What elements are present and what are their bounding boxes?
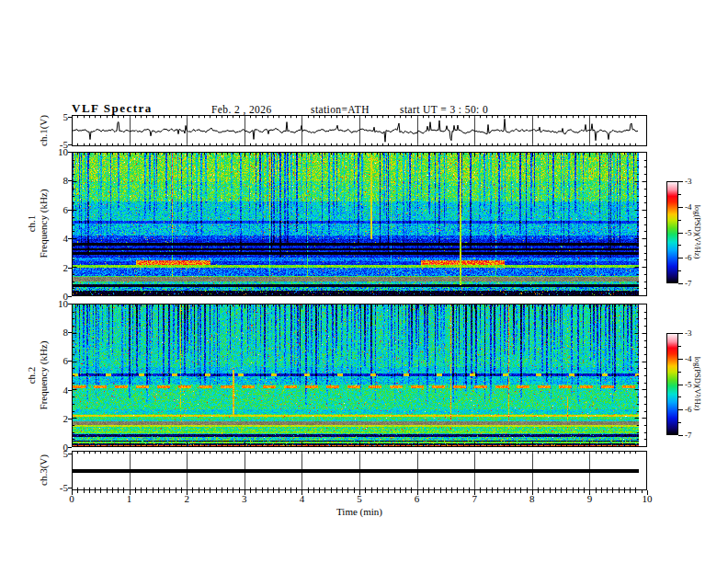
ch1-colorbar-label: log(PSD)(V²/Hz) <box>693 205 702 259</box>
time-axis-tick <box>296 490 297 493</box>
ch2-freq-tick-label: 2 <box>40 413 68 423</box>
time-tick-label: 3 <box>242 494 247 504</box>
y-axis-tick <box>68 419 72 419</box>
time-axis-tick <box>210 490 210 493</box>
y-axis-tick <box>68 238 72 239</box>
time-axis-tick <box>308 490 309 493</box>
time-axis-tick <box>267 490 268 493</box>
ch1-spectrogram-canvas <box>73 153 646 295</box>
time-axis-tick <box>561 490 562 493</box>
colorbar-tick <box>678 396 681 397</box>
time-axis-tick <box>233 490 233 493</box>
time-axis-tick <box>347 490 348 493</box>
colorbar-tick <box>678 220 681 221</box>
time-axis-tick <box>647 490 648 495</box>
time-axis-tick <box>118 490 119 493</box>
time-axis-tick <box>89 490 90 493</box>
time-axis-tick <box>635 490 636 493</box>
time-axis-tick <box>130 490 131 495</box>
time-axis-tick <box>107 490 108 493</box>
ch1-waveform-canvas <box>73 116 646 145</box>
ch2-axis-line2: Frequency (kHz) <box>38 341 50 410</box>
time-tick-label: 1 <box>127 494 132 504</box>
colorbar-tick <box>678 372 681 373</box>
time-axis-tick <box>153 490 154 493</box>
time-axis-tick <box>451 490 452 493</box>
colorbar-tick-label: -5 <box>685 228 692 236</box>
time-axis-tick <box>313 490 314 493</box>
time-axis-tick <box>158 490 159 493</box>
colorbar-tick <box>678 194 681 195</box>
time-axis-tick <box>245 490 245 495</box>
y-axis-tick <box>68 390 72 391</box>
time-axis-tick <box>584 490 585 493</box>
ch3-ytick-label: -5 <box>40 483 68 493</box>
time-axis-tick <box>354 490 355 493</box>
time-axis-tick <box>181 490 182 493</box>
time-axis-tick <box>612 490 613 493</box>
vlf-spectra-figure: VLF Spectra Feb. 2 , 2026 station=ATH st… <box>0 0 728 563</box>
time-axis-tick <box>509 490 510 493</box>
ch3-voltage-axis-label: ch.3(V) <box>38 454 50 486</box>
time-axis-tick <box>84 490 85 493</box>
time-axis-tick <box>100 490 101 493</box>
time-axis-label: Time (min) <box>336 506 382 517</box>
time-axis-tick <box>95 490 96 493</box>
ch1-freq-tick-label: 8 <box>40 176 68 186</box>
time-axis-tick <box>135 490 136 493</box>
time-axis-tick <box>573 490 574 493</box>
colorbar-tick-label: -6 <box>685 406 692 414</box>
time-axis-tick <box>146 490 147 493</box>
time-axis-tick <box>520 490 521 493</box>
time-axis-tick <box>440 490 441 493</box>
time-axis-tick <box>72 490 73 495</box>
ch2-freq-tick-label: 4 <box>40 385 68 395</box>
y-axis-tick <box>68 447 72 448</box>
colorbar-tick <box>678 258 683 259</box>
ch2-freq-tick-label: 6 <box>40 356 68 366</box>
time-tick-label: 5 <box>357 494 362 504</box>
station-label: station=ATH <box>311 104 370 115</box>
time-axis-tick <box>187 490 188 495</box>
date-label: Feb. 2 , 2026 <box>211 104 272 115</box>
ch3-waveform-canvas <box>73 452 646 489</box>
ch1-axis-line1: ch.1 <box>26 190 38 259</box>
colorbar-tick <box>678 422 681 423</box>
time-axis-tick <box>169 490 170 493</box>
ch2-freq-tick-label: 10 <box>40 299 68 309</box>
ch1-frequency-axis-label: ch.1 Frequency (kHz) <box>26 190 49 259</box>
time-axis-tick <box>394 490 395 493</box>
time-axis-tick <box>423 490 424 493</box>
colorbar-tick-label: -7 <box>685 280 692 288</box>
ch2-colorbar-label: log(PSD)(V²/Hz) <box>693 357 702 411</box>
colorbar-tick <box>678 181 683 182</box>
y-axis-tick <box>68 117 72 118</box>
y-axis-tick <box>68 361 72 362</box>
time-axis-tick <box>141 490 142 493</box>
time-tick-label: 7 <box>472 494 477 504</box>
time-axis-tick <box>589 490 590 495</box>
y-axis-tick <box>68 304 72 304</box>
time-axis-tick <box>199 490 199 493</box>
colorbar-tick-label: -7 <box>685 431 692 440</box>
time-axis-tick <box>77 490 78 493</box>
colorbar-tick-label: -6 <box>685 254 692 262</box>
colorbar-tick <box>678 283 683 284</box>
colorbar-tick <box>678 409 683 410</box>
y-axis-tick <box>68 488 72 488</box>
ch2-colorbar <box>666 333 678 435</box>
ch1-freq-tick-label: 6 <box>40 204 68 214</box>
time-tick-label: 0 <box>69 494 74 504</box>
time-axis-tick <box>371 490 372 493</box>
figure-title: VLF Spectra <box>72 101 153 116</box>
time-axis-tick <box>400 490 401 493</box>
time-axis-tick <box>301 490 302 495</box>
ch2-axis-line1: ch.2 <box>26 341 38 410</box>
time-axis-tick <box>480 490 481 493</box>
time-axis-tick <box>497 490 498 493</box>
y-axis-tick <box>68 454 72 454</box>
time-axis-tick <box>457 490 458 493</box>
ch3-ytick-label: 5 <box>40 448 68 458</box>
time-axis-tick <box>566 490 567 493</box>
ch1-colorbar <box>666 181 678 283</box>
